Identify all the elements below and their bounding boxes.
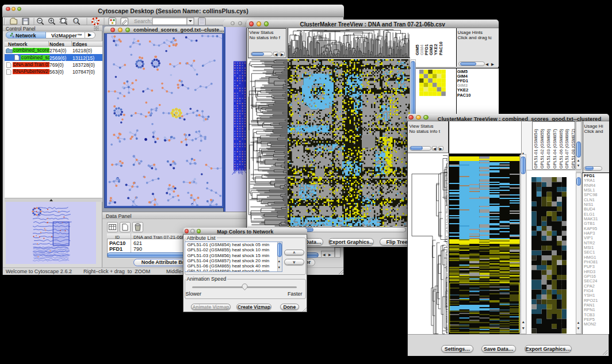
svg-text:GPL51-02 (GSM855): GPL51-02 (GSM855) xyxy=(540,129,545,168)
svg-text:GPL51-08 (GSM872): GPL51-08 (GSM872) xyxy=(571,129,575,168)
svg-text:Search:: Search: xyxy=(134,18,152,24)
svg-text:MON2: MON2 xyxy=(584,321,596,327)
svg-text:GPL51-06 (GSM865): GPL51-06 (GSM865) xyxy=(558,129,563,168)
svg-text:GPL51-04 (GSM857): GPL51-04 (GSM857) xyxy=(552,129,557,168)
svg-text:GPL51-01 (GSM854): GPL51-01 (GSM854) xyxy=(533,129,538,168)
svg-text:GPL51-03 (GSM856): GPL51-03 (GSM856) xyxy=(546,129,551,168)
svg-text:PAC10: PAC10 xyxy=(438,41,443,55)
svg-text:1:1: 1:1 xyxy=(74,20,78,22)
svg-text:GPL51-07 (GSM868): GPL51-07 (GSM868) xyxy=(564,129,569,168)
